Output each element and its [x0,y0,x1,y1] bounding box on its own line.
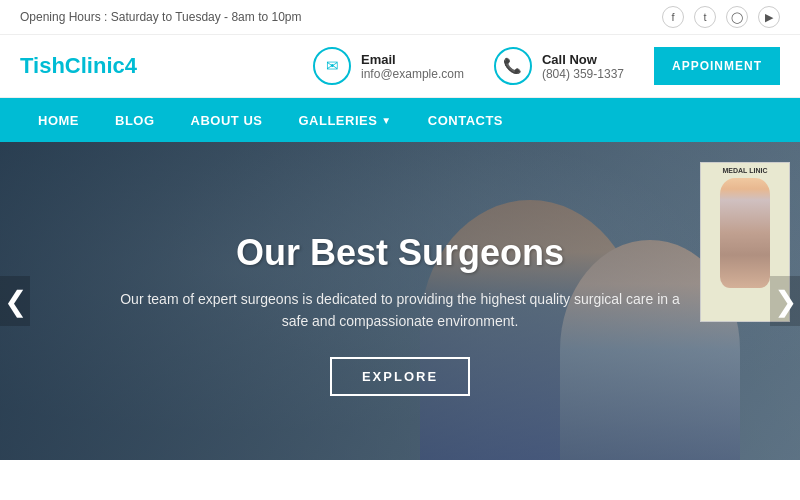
navigation: HOME BLOG ABOUT US GALLERIES ▼ CONTACTS [0,98,800,142]
email-label: Email [361,52,464,67]
nav-item-contacts[interactable]: CONTACTS [410,98,521,142]
logo[interactable]: TishClinic4 [20,53,283,79]
nav-item-galleries[interactable]: GALLERIES ▼ [280,98,409,142]
email-value: info@example.com [361,67,464,81]
appointment-button[interactable]: APPOINMENT [654,47,780,85]
youtube-icon[interactable]: ▶ [758,6,780,28]
phone-info: Call Now (804) 359-1337 [542,52,624,81]
call-value: (804) 359-1337 [542,67,624,81]
email-contact: ✉ Email info@example.com [313,47,464,85]
opening-hours: Opening Hours : Saturday to Tuesday - 8a… [20,10,301,24]
phone-icon: 📞 [494,47,532,85]
social-links: f t ◯ ▶ [662,6,780,28]
explore-button[interactable]: EXPLORE [330,357,470,396]
call-label: Call Now [542,52,624,67]
galleries-label: GALLERIES [298,113,377,128]
hero-content: Our Best Surgeons Our team of expert sur… [0,232,800,396]
nav-item-blog[interactable]: BLOG [97,98,173,142]
chevron-down-icon: ▼ [381,115,391,126]
nav-item-home[interactable]: HOME [20,98,97,142]
email-icon: ✉ [313,47,351,85]
instagram-icon[interactable]: ◯ [726,6,748,28]
email-info: Email info@example.com [361,52,464,81]
facebook-icon[interactable]: f [662,6,684,28]
hero-next-arrow[interactable]: ❯ [770,276,800,326]
top-bar: Opening Hours : Saturday to Tuesday - 8a… [0,0,800,35]
phone-contact: 📞 Call Now (804) 359-1337 [494,47,624,85]
hero-section: MEDAL LINIC Our Best Surgeons Our team o… [0,142,800,460]
nav-item-about[interactable]: ABOUT US [173,98,281,142]
hero-description: Our team of expert surgeons is dedicated… [120,288,680,333]
anatomy-title: MEDAL LINIC [723,167,768,174]
hero-prev-arrow[interactable]: ❮ [0,276,30,326]
twitter-icon[interactable]: t [694,6,716,28]
hero-title: Our Best Surgeons [236,232,564,274]
header: TishClinic4 ✉ Email info@example.com 📞 C… [0,35,800,98]
